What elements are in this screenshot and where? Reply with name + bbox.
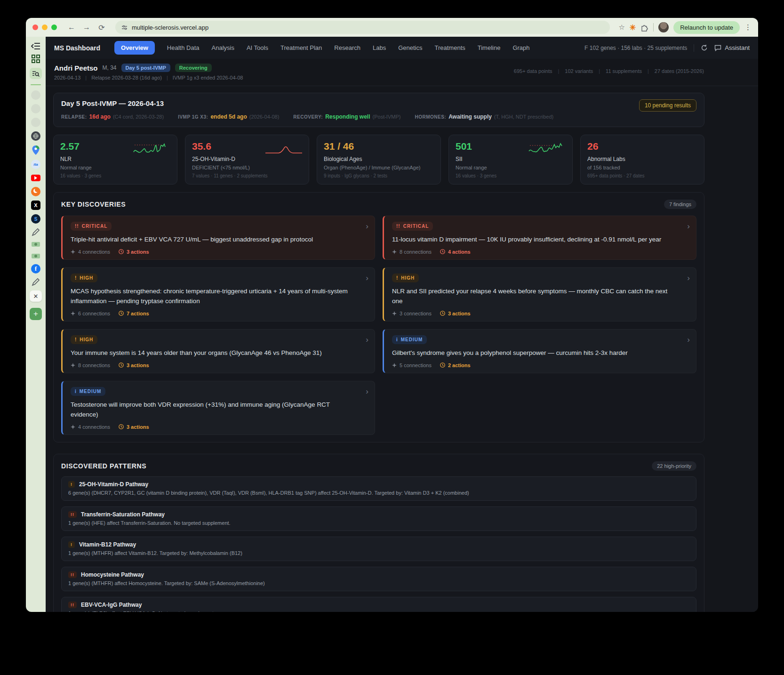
close-tab-button[interactable]: ✕ (30, 290, 42, 302)
main-content[interactable]: Day 5 Post-IVMP — 2026-04-13 10 pending … (46, 86, 758, 612)
back-icon[interactable]: ← (66, 23, 77, 32)
tab-genetics[interactable]: Genetics (398, 44, 422, 51)
severity-chip: ! (68, 541, 75, 548)
current-date: 2026-04-13 (54, 75, 80, 80)
tab-placeholder-icon[interactable] (31, 90, 40, 100)
tab-ai-tools[interactable]: AI Tools (247, 44, 268, 51)
pattern-row[interactable]: !25-OH-Vitamin-D Pathway 6 gene(s) (DHCR… (61, 476, 696, 501)
assistant-button[interactable]: Assistant (714, 44, 750, 51)
clock-icon (440, 249, 445, 254)
app-nav: MS Dashboard Overview Health Data Analys… (46, 37, 758, 59)
patient-name: Andri Peetso (54, 64, 98, 72)
discovery-card[interactable]: !HIGH › MCAS hypothesis strengthened: ch… (61, 267, 375, 321)
stat-card-biological-ages[interactable]: 31 / 46 Biological Ages Organ (PhenoAge)… (317, 135, 441, 185)
tab-health-data[interactable]: Health Data (167, 44, 200, 51)
stat-card-nlr[interactable]: 2.57 NLR Normal range 16 values · 3 gene… (53, 135, 177, 185)
chevron-right-icon[interactable]: › (687, 222, 690, 231)
chevron-right-icon[interactable]: › (366, 273, 368, 283)
connections-label: 4 connections (71, 424, 110, 430)
pattern-row[interactable]: !!EBV-VCA-IgG Pathway 1 gene(s) (TLR3) a… (61, 597, 696, 612)
discovery-card[interactable]: !!CRITICAL › 11-locus vitamin D impairme… (383, 216, 696, 260)
sidebar-rail: ita X S f ✕ + (26, 37, 46, 612)
close-window-icon[interactable] (32, 24, 38, 30)
stat-card-vitamin-d[interactable]: 35.6 25-OH-Vitamin-D DEFICIENT (<75 nmol… (185, 135, 309, 185)
clock-icon (119, 424, 124, 429)
relapse-info: Relapse 2026-03-28 (16d ago) (91, 75, 162, 80)
ita-app-icon[interactable]: ita (31, 160, 40, 169)
site-info-icon[interactable] (121, 24, 128, 31)
vitamin-d-sparkline (264, 141, 303, 157)
patient-sex-age: M, 34 (103, 64, 117, 71)
new-tab-button[interactable]: + (30, 308, 42, 320)
chevron-right-icon[interactable]: › (687, 335, 690, 345)
youtube-icon[interactable] (31, 175, 40, 181)
refresh-icon[interactable] (701, 44, 708, 51)
nav-separator (694, 44, 694, 52)
pending-results-button[interactable]: 10 pending results (639, 99, 696, 112)
stat-card-abnormal-labs[interactable]: 26 Abnormal Labs of 156 tracked 695+ dat… (580, 135, 704, 185)
chevron-right-icon[interactable]: › (366, 222, 368, 231)
connections-label: 6 connections (71, 311, 110, 316)
chevron-right-icon[interactable]: › (687, 273, 690, 283)
tab-overview[interactable]: Overview (114, 41, 155, 55)
actions-label: 3 actions (119, 249, 149, 255)
bookmark-star-icon[interactable]: ☆ (618, 23, 624, 32)
connections-label: 8 connections (71, 362, 110, 368)
extension-asterisk-icon[interactable]: ✳ (630, 23, 636, 32)
reload-icon[interactable]: ⟳ (96, 23, 107, 32)
tab-placeholder-icon[interactable] (31, 118, 40, 127)
tab-treatment-plan[interactable]: Treatment Plan (280, 44, 322, 51)
tab-research[interactable]: Research (334, 44, 360, 51)
connections-label: 4 connections (71, 249, 110, 255)
pattern-row[interactable]: !Vitamin-B12 Pathway 1 gene(s) (MTHFR) a… (61, 537, 696, 561)
maps-pin-icon[interactable] (32, 145, 40, 155)
pattern-row[interactable]: !!Homocysteine Pathway 1 gene(s) (MTHFR)… (61, 567, 696, 591)
chevron-right-icon[interactable]: › (366, 335, 368, 345)
maximize-window-icon[interactable] (51, 24, 57, 30)
search-panel-button[interactable] (30, 68, 42, 79)
discovery-card[interactable]: !HIGH › NLR and SII predicted your relap… (383, 267, 696, 321)
severity-chip: !! (68, 571, 77, 578)
clock-icon (119, 362, 124, 368)
tab-analysis[interactable]: Analysis (212, 44, 234, 51)
tab-labs[interactable]: Labs (373, 44, 386, 51)
clock-icon (119, 249, 124, 254)
chevron-right-icon[interactable]: › (366, 387, 368, 396)
minimize-window-icon[interactable] (42, 24, 48, 30)
discovery-card[interactable]: iMEDIUM › Testosterone will improve both… (61, 381, 375, 435)
extensions-puzzle-icon[interactable] (640, 24, 648, 32)
address-bar[interactable]: multiple-sclerosis.vercel.app (115, 21, 610, 34)
globe-icon[interactable] (31, 131, 40, 141)
summary-item-hormones: HORMONES:Awaiting supply(T, HGH, NDT pre… (415, 113, 553, 120)
pattern-row[interactable]: !!Transferrin-Saturation Pathway 1 gene(… (61, 506, 696, 531)
panel-toggle-icon[interactable] (31, 42, 40, 50)
dark-s-app-icon[interactable]: S (31, 214, 40, 224)
discovery-card[interactable]: iMEDIUM › Gilbert's syndrome gives you a… (383, 329, 696, 373)
pen-icon[interactable] (32, 228, 40, 236)
stat-card-sii[interactable]: 501 SII Normal range 16 values · 3 genes (448, 135, 573, 185)
pen-icon[interactable] (32, 278, 40, 286)
summary-item-recovery: RECOVERY:Responding well(Post-IVMP) (293, 113, 400, 120)
forward-icon[interactable]: → (81, 23, 92, 32)
money-icon[interactable] (31, 241, 40, 248)
profile-avatar[interactable] (658, 22, 669, 32)
x-twitter-icon[interactable]: X (31, 201, 40, 210)
discovery-card[interactable]: !HIGH › Your immune system is 14 years o… (61, 329, 375, 373)
discovered-patterns-panel: DISCOVERED PATTERNS 22 high-priority !25… (53, 454, 704, 612)
facebook-icon[interactable]: f (31, 264, 40, 273)
tab-timeline[interactable]: Timeline (478, 44, 501, 51)
browser-window: ← → ⟳ multiple-sclerosis.vercel.app ☆ ✳ … (26, 18, 758, 612)
actions-label: 4 actions (440, 249, 471, 255)
dashboard-grid-icon[interactable] (31, 54, 40, 64)
tab-treatments[interactable]: Treatments (435, 44, 465, 51)
tab-graph[interactable]: Graph (512, 44, 529, 51)
relaunch-button[interactable]: Relaunch to update (673, 21, 740, 34)
discovery-card[interactable]: !!CRITICAL › Triple-hit antiviral defici… (61, 216, 375, 260)
tab-placeholder-icon[interactable] (31, 104, 40, 113)
severity-chip: !! (68, 511, 77, 518)
money-icon[interactable] (31, 252, 40, 260)
summary-title: Day 5 Post-IVMP — 2026-04-13 (61, 99, 696, 107)
crunchyroll-icon[interactable] (31, 187, 40, 196)
browser-menu-icon[interactable]: ⋮ (744, 23, 752, 32)
clock-icon (440, 311, 445, 316)
